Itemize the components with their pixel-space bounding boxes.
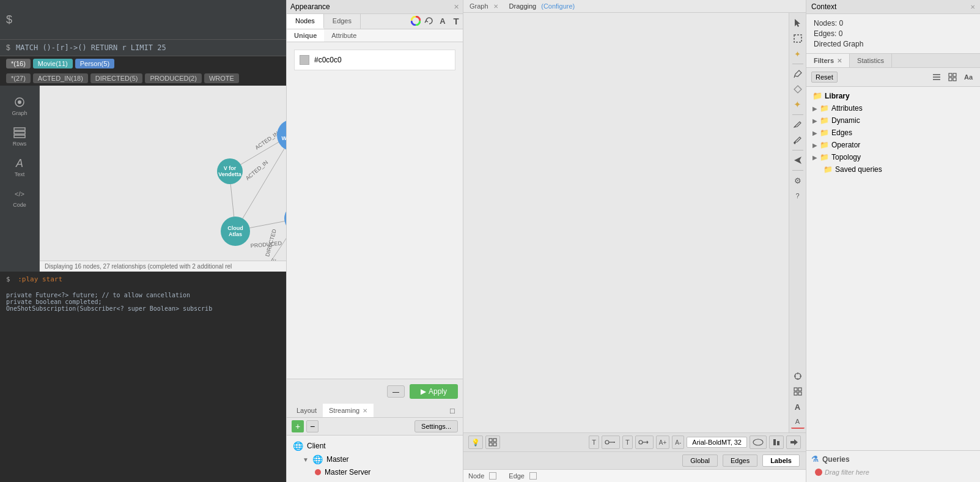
queries-section: ⚗ Queries Drag filter here (806, 450, 980, 482)
edge-line-button[interactable] (602, 436, 620, 449)
library-item-attributes[interactable]: ▶ 📁 Attributes (809, 102, 978, 114)
add-stream-button[interactable]: + (292, 420, 304, 432)
edges-bottom-tab[interactable]: Edges (723, 454, 757, 467)
arrow-button[interactable] (786, 436, 801, 449)
pencil2-tool[interactable] (791, 118, 805, 132)
appearance-close-icon[interactable]: ✕ (454, 3, 459, 11)
expand-icon[interactable]: □ (446, 404, 459, 417)
topology-arrow-icon: ▶ (812, 154, 817, 161)
color-swatch-row: #c0c0c0 (294, 50, 455, 70)
selection-tool[interactable] (791, 32, 805, 45)
svg-rect-53 (953, 73, 956, 76)
library-header[interactable]: 📁 Library (809, 89, 978, 102)
font-decrease-button[interactable]: A- (672, 436, 684, 449)
bar-button[interactable] (769, 436, 784, 449)
node-checkbox[interactable] (489, 472, 496, 480)
tag-directed[interactable]: DIRECTED(5) (90, 73, 143, 83)
tag-movie[interactable]: Movie(11) (33, 59, 73, 69)
streaming-close-icon[interactable]: ✕ (363, 407, 367, 414)
svg-rect-46 (773, 439, 776, 445)
statistics-tab[interactable]: Statistics (850, 54, 892, 67)
remove-stream-button[interactable]: − (306, 420, 319, 432)
graph-title-text: Graph (470, 2, 488, 10)
help-tool[interactable]: ? (791, 189, 805, 202)
sidebar-rows-label: Rows (13, 141, 27, 147)
global-tab[interactable]: Global (682, 454, 718, 467)
graph-top-close[interactable]: ✕ (493, 3, 498, 10)
diamond-tool[interactable] (791, 83, 805, 96)
node-hugo-weaving[interactable]: HugoWeaving (277, 119, 286, 151)
apply-button[interactable]: ▶ Apply (410, 384, 458, 399)
grid-view-icon2[interactable] (946, 70, 959, 84)
label-a-icon[interactable]: A (791, 400, 805, 413)
sub-tab-attribute[interactable]: Attribute (324, 29, 364, 42)
text-tool2-button[interactable]: T (622, 436, 633, 449)
text-tool-button[interactable]: T (589, 436, 599, 449)
color-wheel-icon[interactable] (409, 14, 422, 28)
streaming-tab[interactable]: Streaming ✕ (323, 404, 374, 417)
sparkle-tool[interactable]: ✦ (791, 98, 805, 111)
context-close-icon[interactable]: ✕ (970, 4, 975, 10)
tag-acted-in[interactable]: ACTED_IN(18) (33, 73, 88, 83)
query-text[interactable]: MATCH ()-[r]->() RETURN r LIMIT 25 (16, 43, 166, 52)
library-item-dynamic[interactable]: ▶ 📁 Dynamic (809, 114, 978, 127)
tab-edges[interactable]: Edges (324, 14, 361, 29)
sidebar-item-graph[interactable]: Graph (9, 92, 29, 120)
sub-tab-unique[interactable]: Unique (287, 29, 324, 42)
tag-produced[interactable]: PRODUCED(2) (145, 73, 201, 83)
library-item-operator[interactable]: ▶ 📁 Operator (809, 139, 978, 151)
light-button[interactable]: 💡 (468, 436, 483, 449)
bold-t-icon[interactable]: T (449, 14, 463, 28)
label-a2-icon[interactable]: A (791, 415, 805, 429)
library-item-edges[interactable]: ▶ 📁 Edges (809, 127, 978, 139)
filters-close-icon[interactable]: ✕ (837, 57, 842, 64)
sidebar-item-code[interactable]: </> Code (10, 184, 29, 212)
tree-item-master-server[interactable]: Master Server (290, 466, 459, 478)
terminal-area[interactable]: $ :play start (0, 272, 286, 287)
tree-item-master[interactable]: ▼ 🌐 Master (290, 453, 459, 466)
edge-checkbox[interactable] (529, 472, 537, 480)
color-swatch[interactable] (300, 55, 309, 65)
node-edge-button[interactable] (635, 436, 654, 449)
node-andy-wachowski[interactable]: AndyWacho (284, 204, 286, 232)
tag-all-rels[interactable]: *(27) (6, 73, 31, 83)
sidebar-item-rows[interactable]: Rows (10, 122, 29, 150)
grid-button[interactable] (485, 436, 500, 449)
plane-tool[interactable] (791, 154, 805, 167)
font-a-icon[interactable]: A (436, 14, 449, 28)
node-v-for-vendetta[interactable]: V forVendetta (217, 158, 243, 184)
labels-bottom-tab[interactable]: Labels (762, 454, 800, 467)
alpha-sort-icon[interactable]: Aa (962, 70, 975, 84)
layout-tab[interactable]: Layout (290, 404, 323, 417)
svg-rect-33 (798, 392, 801, 395)
font-increase-button[interactable]: A+ (656, 436, 670, 449)
library-item-saved-queries[interactable]: 📁 Saved queries (809, 163, 978, 176)
grid-view-icon[interactable] (791, 385, 805, 398)
tree-item-client[interactable]: 🌐 Client (290, 439, 459, 453)
tab-nodes[interactable]: Nodes (287, 14, 324, 29)
tag-all-nodes[interactable]: *(16) (6, 59, 31, 69)
pencil3-tool[interactable] (791, 133, 805, 147)
node-cloud-atlas[interactable]: CloudAtlas (221, 217, 250, 246)
tag-person[interactable]: Person(5) (75, 59, 114, 69)
lasso-tool[interactable]: ✦ (791, 47, 805, 61)
context-bar: Context ✕ (806, 0, 980, 14)
gear-tool[interactable]: ⚙ (791, 174, 805, 187)
oval-button[interactable] (750, 436, 767, 449)
configure-label[interactable]: (Configure) (541, 2, 575, 10)
nodes-count: 0 (839, 19, 843, 28)
sidebar-item-text[interactable]: A Text (10, 153, 29, 181)
appearance-title: Appearance (290, 2, 330, 11)
refresh-icon[interactable] (422, 14, 436, 28)
filters-tab[interactable]: Filters ✕ (806, 54, 850, 67)
reset-button[interactable]: Reset (811, 72, 838, 83)
pencil-tool[interactable] (791, 67, 805, 81)
pointer-tool[interactable] (791, 17, 805, 30)
settings-button[interactable]: Settings... (414, 420, 458, 432)
small-action-button[interactable]: — (387, 385, 405, 398)
crosshair-icon[interactable] (791, 369, 805, 383)
list-view-icon[interactable] (930, 70, 943, 84)
tag-wrote[interactable]: WROTE (204, 73, 239, 83)
operator-arrow-icon: ▶ (812, 142, 817, 149)
library-item-topology[interactable]: ▶ 📁 Topology (809, 151, 978, 163)
